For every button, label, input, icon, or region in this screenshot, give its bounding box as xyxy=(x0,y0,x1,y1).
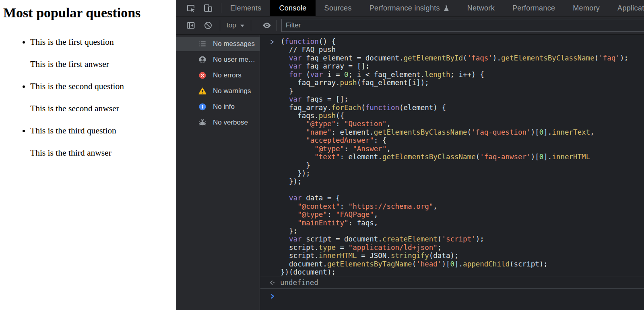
code-line: script.innerHTML = JSON.stringify(data); xyxy=(281,252,628,260)
console-result-value: undefined xyxy=(280,279,318,287)
code-line: "@context": "https://schema.org", xyxy=(281,202,628,210)
bug-icon xyxy=(198,119,206,127)
code-line: "@type": "Answer", xyxy=(281,145,628,153)
console-echo-chevron-icon xyxy=(270,39,275,45)
faq-list: This is the first questionThis is the fi… xyxy=(0,36,176,158)
tab-label: Performance insights xyxy=(369,4,440,12)
code-line: "@type": "FAQPage", xyxy=(281,210,628,218)
faq-question: This is the first question xyxy=(30,36,176,48)
tab-console[interactable]: Console xyxy=(270,0,315,16)
code-line: var faq_element = document.getElementByI… xyxy=(281,54,628,62)
console-prompt[interactable] xyxy=(260,289,644,304)
sidebar-item-label: No warnings xyxy=(213,87,251,95)
devtools-tabs: ElementsConsoleSourcesPerformance insigh… xyxy=(221,0,644,16)
faq-answer: This is the second anwser xyxy=(30,103,176,114)
code-line: "text": element.getElementsByClassName('… xyxy=(281,153,628,161)
code-line xyxy=(281,186,628,194)
code-line: "acceptedAnswer": { xyxy=(281,136,628,144)
faq-question: This is the second question xyxy=(30,81,176,92)
sidebar-item-no-warnings[interactable]: No warnings xyxy=(176,84,260,98)
faq-item: This is the first questionThis is the fi… xyxy=(30,36,176,70)
console-result-row: undefined xyxy=(260,277,644,289)
console-toolbar: top xyxy=(176,17,644,35)
toolbar-divider xyxy=(277,20,277,31)
sidebar-item-no-messages[interactable]: No messages xyxy=(176,37,260,51)
code-line: var faq_array = []; xyxy=(281,62,628,70)
sidebar-item-no-info[interactable]: No info xyxy=(176,100,260,114)
tab-label: Application xyxy=(617,4,644,12)
tab-label: Performance xyxy=(512,4,555,12)
faq-answer: This is the third anwser xyxy=(30,147,176,158)
code-line: })(document); xyxy=(281,268,628,276)
sidebar-item-label: No messages xyxy=(213,40,255,48)
sidebar-item-label: No info xyxy=(213,103,235,111)
tab-label: Memory xyxy=(573,4,600,12)
tab-performance-insights[interactable]: Performance insights xyxy=(361,0,458,16)
faq-page: Most popular questions This is the first… xyxy=(0,0,176,310)
code-line: } xyxy=(281,87,628,95)
live-expression-eye-icon[interactable] xyxy=(262,21,272,30)
devtools-tabbar: ElementsConsoleSourcesPerformance insigh… xyxy=(176,0,644,17)
tab-label: Sources xyxy=(324,4,352,12)
code-line: for (var i = 0; i < faq_element.length; … xyxy=(281,71,628,79)
sidebar-item-no-verbose[interactable]: No verbose xyxy=(176,115,260,130)
code-line: var script = document.createElement('scr… xyxy=(281,235,628,243)
faq-item: This is the second questionThis is the s… xyxy=(30,81,176,114)
sidebar-item-no-user-messages[interactable]: No user messages xyxy=(176,52,260,67)
clear-console-icon[interactable] xyxy=(203,21,213,30)
device-toolbar-icon[interactable] xyxy=(203,3,213,13)
sidebar-item-label: No errors xyxy=(213,71,242,79)
faq-question: This is the third question xyxy=(30,125,176,136)
code-line: } xyxy=(281,161,628,169)
page-title: Most popular questions xyxy=(3,5,176,21)
tab-application[interactable]: Application xyxy=(609,0,644,16)
faq-item: This is the third questionThis is the th… xyxy=(30,125,176,158)
toolbar-divider xyxy=(220,20,220,31)
tab-elements[interactable]: Elements xyxy=(221,0,270,16)
console-sidebar-toggle-icon[interactable] xyxy=(186,21,196,30)
user-icon xyxy=(198,56,206,64)
toolbar-divider xyxy=(251,20,251,31)
warning-icon xyxy=(198,87,206,95)
code-line: var faqs = []; xyxy=(281,95,628,103)
code-line: // FAQ push xyxy=(281,46,628,54)
tab-label: Console xyxy=(279,4,306,12)
sidebar-item-no-errors[interactable]: No errors xyxy=(176,68,260,83)
devtools-panel: ElementsConsoleSourcesPerformance insigh… xyxy=(176,0,644,310)
code-line: }); xyxy=(281,177,628,185)
code-line: faqs.push({ xyxy=(281,112,628,120)
context-selector[interactable]: top xyxy=(227,21,244,29)
list-icon xyxy=(198,40,206,48)
chevron-down-icon xyxy=(240,25,244,27)
console-prompt-chevron-icon xyxy=(270,293,275,299)
tab-label: Elements xyxy=(230,4,261,12)
filter-input[interactable] xyxy=(281,19,644,32)
return-value-icon xyxy=(269,280,276,285)
context-selector-label: top xyxy=(227,21,236,29)
code-line: document.getElementsByTagName('head')[0]… xyxy=(281,260,628,268)
code-line: script.type = "application/ld+json"; xyxy=(281,243,628,252)
code-line: }; xyxy=(281,227,628,235)
code-line: faq_array.push(faq_element[i]); xyxy=(281,79,628,87)
console-sidebar: No messagesNo user messagesNo errorsNo w… xyxy=(176,35,260,310)
console-content: No messagesNo user messagesNo errorsNo w… xyxy=(176,35,644,310)
tab-sources[interactable]: Sources xyxy=(316,0,361,16)
faq-answer: This is the first anwser xyxy=(30,58,176,70)
console-messages: (function() { // FAQ push var faq_elemen… xyxy=(260,35,644,310)
code-line: }); xyxy=(281,169,628,177)
code-line: (function() { xyxy=(281,37,628,46)
code-line: faq_array.forEach(function(element) { xyxy=(281,104,628,112)
code-line: "name": element.getElementsByClassName('… xyxy=(281,128,628,136)
console-echo-code: (function() { // FAQ push var faq_elemen… xyxy=(281,37,628,277)
error-icon xyxy=(198,71,206,79)
sidebar-item-label: No verbose xyxy=(213,119,248,127)
tab-performance[interactable]: Performance xyxy=(504,0,564,16)
code-line: "@type": "Question", xyxy=(281,120,628,128)
tab-memory[interactable]: Memory xyxy=(564,0,609,16)
sidebar-item-label: No user messages xyxy=(213,56,256,64)
inspect-element-icon[interactable] xyxy=(186,3,196,13)
tab-network[interactable]: Network xyxy=(458,0,504,16)
tab-label: Network xyxy=(467,4,495,12)
code-line: "mainEntity": faqs, xyxy=(281,219,628,227)
info-icon xyxy=(198,103,206,111)
